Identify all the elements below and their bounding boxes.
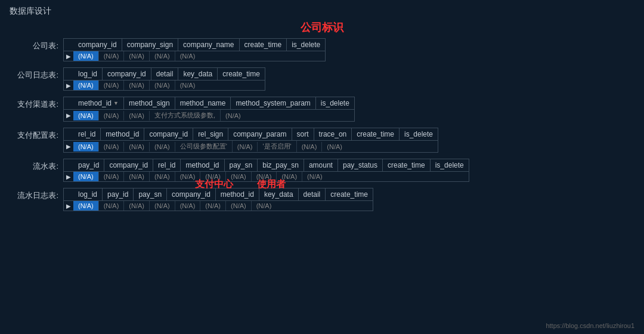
row-arrow: ▶ <box>64 52 73 61</box>
table-header-row: pay_idcompany_idrel_idmethod_idpay_snbiz… <box>64 159 469 172</box>
data-cell: (N/A) <box>124 81 150 90</box>
data-cell: (N/A) <box>73 51 99 61</box>
table-row-wrapper: 流水表:pay_idcompany_idrel_idmethod_idpay_s… <box>10 159 634 182</box>
data-cell: (N/A) <box>233 142 258 151</box>
header-cell: method_sign <box>124 97 175 109</box>
table-data-row: ▶(N/A)(N/A)(N/A)(N/A)公司级参数配置'(N/A)'是否启用'… <box>64 141 438 152</box>
data-cell: (N/A) <box>99 142 125 151</box>
header-cell: pay_id <box>73 159 104 171</box>
table-row-wrapper: 流水日志表:log_idpay_idpay_sncompany_idmethod… <box>10 188 634 211</box>
data-cell: (N/A) <box>150 172 175 181</box>
table-label: 支付渠道表: <box>10 97 63 110</box>
header-cell: company_id <box>103 68 151 80</box>
data-cell: (N/A) <box>252 201 277 211</box>
db-table: log_idcompany_iddetailkey_datacreate_tim… <box>63 67 265 91</box>
table-row-wrapper: 支付渠道表:method_id▼method_signmethod_nameme… <box>10 97 634 122</box>
table-label: 流水表: <box>10 159 63 172</box>
data-cell: (N/A) <box>150 51 175 61</box>
header-cell: is_delete <box>287 39 325 51</box>
data-cell: (N/A) <box>124 142 150 151</box>
header-cell: company_id <box>104 159 153 171</box>
table-label: 支付配置表: <box>10 128 63 141</box>
header-cell: rel_sign <box>193 128 228 140</box>
header-cell: method_system_param <box>231 97 315 109</box>
header-cell: company_id <box>144 128 193 140</box>
table-data-row: ▶(N/A)(N/A)(N/A)(N/A)(N/A)(N/A)(N/A)(N/A… <box>64 201 373 211</box>
header-cell: sort <box>292 128 314 140</box>
data-cell: 支付方式系统级参数, <box>150 110 221 121</box>
data-cell: (N/A) <box>150 201 175 211</box>
data-cell: (N/A) <box>200 201 226 211</box>
header-cell: is_delete <box>316 97 354 109</box>
data-cell: (N/A) <box>124 111 150 120</box>
header-cell: is_delete <box>400 128 438 140</box>
data-cell: (N/A) <box>175 51 200 61</box>
data-cell: (N/A) <box>73 111 99 120</box>
data-cell: (N/A) <box>99 111 125 120</box>
header-cell: key_data <box>178 68 218 80</box>
header-cell: method_id <box>181 159 224 171</box>
header-cell: pay_id <box>103 188 134 200</box>
table-header-row: log_idcompany_iddetailkey_datacreate_tim… <box>64 68 265 81</box>
table-label: 公司表: <box>10 38 63 51</box>
table-data-row: ▶(N/A)(N/A)(N/A)支付方式系统级参数,(N/A) <box>64 110 354 121</box>
header-cell: create_time <box>352 128 400 140</box>
db-table: rel_idmethod_idcompany_idrel_signcompany… <box>63 128 438 153</box>
data-cell: (N/A) <box>99 201 125 211</box>
table-data-row: ▶(N/A)(N/A)(N/A)(N/A)(N/A) <box>64 81 265 90</box>
db-table: method_id▼method_signmethod_namemethod_s… <box>63 97 355 122</box>
data-cell: 公司级参数配置' <box>175 141 233 152</box>
row-arrow: ▶ <box>64 81 73 90</box>
table-header-row: company_idcompany_signcompany_namecreate… <box>64 39 325 51</box>
header-cell: log_id <box>73 68 103 80</box>
data-cell: (N/A) <box>124 51 150 61</box>
data-cell: (N/A) <box>73 81 99 90</box>
header-cell: method_name <box>175 97 231 109</box>
data-cell: (N/A) <box>226 201 252 211</box>
header-cell: pay_status <box>338 159 383 171</box>
footer-url: https://blog.csdn.net/liuzhirou1 <box>546 322 634 329</box>
data-cell: '是否启用' <box>258 141 296 152</box>
data-cell: (N/A) <box>73 142 99 151</box>
db-table: log_idpay_idpay_sncompany_idmethod_idkey… <box>63 188 373 211</box>
overlay-label: 使用者 <box>257 178 286 191</box>
center-label: 公司标识 <box>0 20 644 35</box>
content-area: 公司表:company_idcompany_signcompany_namecr… <box>0 38 644 211</box>
table-label: 公司日志表: <box>10 67 63 81</box>
table-header-row: rel_idmethod_idcompany_idrel_signcompany… <box>64 128 438 141</box>
header-cell: method_id <box>101 128 144 140</box>
header-cell: detail <box>299 188 326 200</box>
header-cell: pay_sn <box>134 188 167 200</box>
header-cell: create_time <box>383 159 431 171</box>
overlay-label: 支付中心 <box>195 178 233 191</box>
header-cell: log_id <box>73 188 103 200</box>
table-header-row: method_id▼method_signmethod_namemethod_s… <box>64 97 354 110</box>
data-cell: (N/A) <box>99 81 125 90</box>
header-cell: detail <box>151 68 179 80</box>
header-cell: create_time <box>218 68 265 80</box>
data-cell: (N/A) <box>124 172 150 181</box>
data-cell: (N/A) <box>297 142 323 151</box>
header-cell: method_id▼ <box>73 97 124 109</box>
table-row-wrapper: 公司表:company_idcompany_signcompany_namecr… <box>10 38 634 61</box>
data-cell: (N/A) <box>99 51 125 61</box>
header-cell: biz_pay_sn <box>258 159 304 171</box>
data-cell: (N/A) <box>124 201 150 211</box>
row-arrow: ▶ <box>64 142 73 151</box>
row-arrow: ▶ <box>64 172 73 181</box>
header-cell: company_sign <box>122 39 178 51</box>
header-cell: company_id <box>73 39 122 51</box>
header-cell: is_delete <box>431 159 469 171</box>
data-cell: (N/A) <box>175 81 200 90</box>
data-cell: (N/A) <box>150 81 175 90</box>
data-cell: (N/A) <box>302 172 327 181</box>
data-cell: (N/A) <box>73 201 99 211</box>
header-cell: create_time <box>326 188 373 200</box>
data-cell: (N/A) <box>175 201 201 211</box>
header-cell: pay_sn <box>225 159 258 171</box>
data-cell: (N/A) <box>73 172 99 181</box>
header-cell: trace_on <box>314 128 352 140</box>
header-cell: create_time <box>240 39 287 51</box>
data-cell: (N/A) <box>99 172 125 181</box>
page-title: 数据库设计 <box>0 0 644 20</box>
